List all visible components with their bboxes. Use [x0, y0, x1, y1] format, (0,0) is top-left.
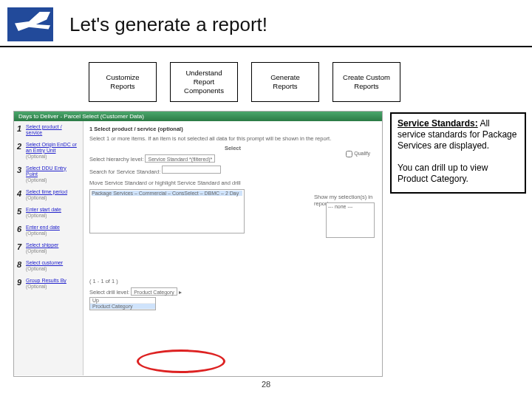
- step-5-link[interactable]: Enter start date: [26, 207, 61, 212]
- drill-option-category[interactable]: Product Category: [90, 304, 155, 310]
- nav-understand-components[interactable]: Understand Report Components: [170, 62, 238, 102]
- hierarchy-label: Select hierarchy level:: [89, 156, 143, 163]
- wizard-main-panel: 1 Select product / service (optional) Se…: [83, 121, 382, 375]
- slide-header: Let's generate a report!: [0, 0, 532, 47]
- drill-dropdown[interactable]: Up Product Category: [89, 297, 156, 310]
- listbox-item-selected[interactable]: Package Services – Commercial – ConsSele…: [92, 191, 242, 196]
- nav-customize-reports[interactable]: Customize Reports: [89, 62, 157, 102]
- callout-heading: Service Standards:: [398, 118, 478, 129]
- step-8-link[interactable]: Select customer: [26, 260, 63, 265]
- qualify-checkbox-wrap: Qualify: [346, 151, 370, 157]
- selection-none: --- none ---: [328, 204, 372, 209]
- move-hint: Move Service Standard or highlight Servi…: [89, 180, 376, 186]
- panel-heading: 1 Select product / service (optional): [89, 126, 376, 132]
- callout-box: Service Standards: All service standards…: [390, 112, 526, 194]
- qualify-checkbox[interactable]: [346, 151, 352, 157]
- hierarchy-select[interactable]: Service Standard *(filtered)*: [145, 154, 215, 163]
- step-7: 7Select shipper(Optional): [17, 242, 80, 254]
- callout-body-2: You can drill up to view Product Categor…: [398, 163, 488, 184]
- nav-generate-reports[interactable]: Generate Reports: [251, 62, 319, 102]
- step-8: 8Select customer(Optional): [17, 260, 80, 272]
- available-listbox[interactable]: Package Services – Commercial – ConsSele…: [89, 189, 245, 233]
- nav-boxes: Customize Reports Understand Report Comp…: [0, 47, 532, 111]
- search-label: Search for Service Standard:: [89, 168, 160, 175]
- step-6-link[interactable]: Enter end date: [26, 225, 60, 230]
- step-6: 6Enter end date(Optional): [17, 225, 80, 236]
- nav-create-custom[interactable]: Create Custom Reports: [332, 62, 400, 102]
- result-count: ( 1 - 1 of 1 ): [89, 278, 376, 284]
- usps-eagle-icon: [15, 12, 50, 31]
- selection-listbox[interactable]: --- none ---: [326, 202, 375, 238]
- step-1-link[interactable]: Select product / service: [26, 124, 62, 135]
- page-number: 28: [262, 380, 270, 389]
- usps-logo: [7, 7, 53, 41]
- slide-title: Let's generate a report!: [69, 13, 267, 36]
- drill-option-up[interactable]: Up: [90, 298, 155, 304]
- step-2-link[interactable]: Select Origin EnDC or an Entry Unit: [26, 142, 77, 153]
- step-4-link[interactable]: Select time period: [26, 189, 67, 194]
- report-wizard-screenshot: Days to Deliver - Parcel Select (Custome…: [13, 111, 383, 377]
- step-5: 5Enter start date(Optional): [17, 207, 80, 219]
- step-9-link[interactable]: Group Results By: [26, 278, 66, 283]
- select-label: Select: [89, 145, 376, 151]
- wizard-titlebar: Days to Deliver - Parcel Select (Custome…: [14, 112, 382, 121]
- step-3-link[interactable]: Select DDU Entry Point: [26, 166, 66, 177]
- step-1: 1Select product / service: [17, 124, 80, 136]
- search-input[interactable]: [162, 166, 221, 174]
- panel-instruction: Select 1 or more items. If an item is no…: [89, 135, 376, 142]
- step-4: 4Select time period(Optional): [17, 189, 80, 201]
- drill-label: Select drill level:: [89, 289, 129, 296]
- step-2: 2Select Origin EnDC or an Entry Unit(Opt…: [17, 142, 80, 160]
- step-3: 3Select DDU Entry Point(Optional): [17, 166, 80, 183]
- content-stage: Days to Deliver - Parcel Select (Custome…: [0, 111, 532, 392]
- step-7-link[interactable]: Select shipper: [26, 242, 58, 248]
- wizard-sidebar: 1Select product / service 2Select Origin…: [14, 121, 83, 375]
- step-9: 9Group Results By(Optional): [17, 278, 80, 290]
- drill-select[interactable]: Product Category: [131, 287, 177, 296]
